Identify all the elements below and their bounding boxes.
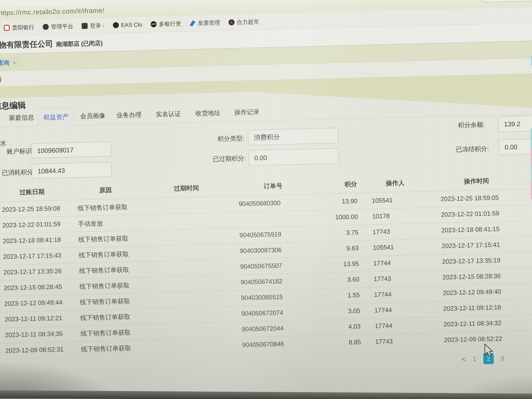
cell-date: 2023-12-11 09:12:21 <box>5 314 63 323</box>
bookmark-label: EAS Clo <box>121 21 142 28</box>
col-operator: 操作人 <box>386 179 405 188</box>
company-title: 力购物有限责任公司南湖郡店 (已闭店) <box>0 37 103 51</box>
bookmark-guiyang-bank[interactable]: 贵阳银行 <box>4 23 34 32</box>
pagination-page-1[interactable]: 1 <box>473 355 476 363</box>
breadcrumb: 详情 <box>0 75 2 84</box>
expired-points-label: 已过期积分: <box>213 154 246 163</box>
cell-time: 2023-12-18 08:41:15 <box>441 225 500 234</box>
tab-member-query[interactable]: 会员查询 × <box>0 57 22 69</box>
consumed-points-field[interactable]: 10844.43 <box>32 162 112 179</box>
expired-points-field[interactable]: 0.00 <box>248 148 339 166</box>
frozen-points-field[interactable]: 0.00 <box>499 138 532 155</box>
cell-reason: 线下销售订单获取 <box>81 344 131 354</box>
points-balance-field[interactable]: 139.2 <box>498 115 532 132</box>
tab-member-query-label: 会员查询 <box>0 59 9 67</box>
cell-time: 2023-12-12 09:49:40 <box>443 288 501 297</box>
cell-date: 2023-12-11 08:34:35 <box>5 330 63 339</box>
cell-reason: 线下销售订单获取 <box>80 313 130 322</box>
cell-time: 2023-12-17 17:15:41 <box>442 241 500 249</box>
cell-time: 2023-12-25 18:59:05 <box>440 194 499 203</box>
cell-reason: 手动发放 <box>78 219 103 228</box>
tab-business-handling[interactable]: 业务办理 <box>116 111 142 120</box>
bookmark-label: 多银行资 <box>159 20 181 28</box>
cell-reason: 线下销售订单获取 <box>81 328 131 338</box>
tab-operation-log[interactable]: 操作记录 <box>234 108 260 117</box>
bookmark-label: 合力超市 <box>237 18 259 26</box>
frozen-points-value: 0.00 <box>505 143 517 151</box>
bookmark-admin-platform[interactable]: 管理平台 <box>43 22 73 31</box>
cell-date: 2023-12-17 13:35:26 <box>3 267 62 276</box>
cell-time: 2023-12-15 08:28:36 <box>443 272 501 281</box>
bookmark-label: 登录 - <box>90 22 105 30</box>
cell-date: 2023-12-25 18:59:08 <box>2 204 60 213</box>
bookmark-multibank[interactable]: AFS 多银行资 <box>151 20 181 28</box>
cell-order: 904030087306 <box>240 246 282 254</box>
points-flow-section-label: 分流水 <box>0 139 6 148</box>
cell-order: 904050675507 <box>240 262 282 270</box>
mouse-cursor <box>484 343 496 360</box>
cell-points: 1.55 <box>296 291 360 300</box>
cell-operator: 17744 <box>374 306 392 314</box>
cell-order: 904050670846 <box>242 340 284 348</box>
cell-date: 2023-12-22 01:01:59 <box>2 220 61 229</box>
points-type-select[interactable]: 消费积分 <box>248 128 339 146</box>
cell-points: 13.95 <box>295 260 359 269</box>
frozen-points-label: 已冻结积分: <box>456 145 489 154</box>
points-type-value: 消费积分 <box>254 133 280 142</box>
cell-order: 904050674182 <box>241 278 283 286</box>
page-title: 员信息编辑 <box>0 100 26 112</box>
account-id-value: 1009609017 <box>37 146 74 155</box>
pagination-page-3[interactable]: 3 <box>501 355 504 362</box>
eas-cloud-icon <box>113 22 119 28</box>
consumed-points-label: 已消耗积分: <box>2 168 35 177</box>
account-id-field[interactable]: 1009609017 <box>31 141 111 158</box>
cell-order: 904050672044 <box>242 324 284 333</box>
cell-date: 2023-12-15 08:28:45 <box>4 283 62 292</box>
screen-photo: https://rmc.retailo2o.com/#/iframe/ 贵阳银行… <box>0 0 532 399</box>
tab-family-info[interactable]: 家庭信息 <box>9 113 34 122</box>
close-icon[interactable]: × <box>13 59 16 66</box>
points-type-label: 积分类型: <box>217 134 244 143</box>
cell-operator: 10178 <box>372 212 390 220</box>
invoice-blue-icon <box>190 20 196 26</box>
cell-points: 3.75 <box>294 229 358 238</box>
tab-rights-assets[interactable]: 权益资产 <box>38 107 75 127</box>
url-text[interactable]: https://rmc.retailo2o.com/#/iframe/ <box>0 6 104 17</box>
cell-operator: 17744 <box>374 291 392 298</box>
tab-real-name-auth[interactable]: 实名认证 <box>156 110 181 119</box>
cell-points: 8.85 <box>297 338 361 347</box>
account-id-label: 账户标识: <box>7 147 34 156</box>
bookmark-heli-market[interactable]: 合力超市 <box>228 18 259 26</box>
pagination: < 1 2 3 <box>462 353 504 365</box>
bookmark-login[interactable]: 登录 - <box>82 22 105 30</box>
cell-order: 904030085515 <box>241 293 283 301</box>
bookmark-invoice[interactable]: 发票管理 <box>190 19 220 27</box>
cell-date: 2023-12-09 08:52:31 <box>5 346 64 354</box>
cell-order: 904050675919 <box>240 231 281 239</box>
tab-member-portrait[interactable]: 会员画像 <box>80 111 105 120</box>
cell-operator: 17743 <box>373 228 390 236</box>
bookmark-label: 发票管理 <box>198 19 220 27</box>
bookmark-label: 贵阳银行 <box>12 23 34 32</box>
cell-order: 904050672074 <box>241 309 283 317</box>
points-balance-value: 139.2 <box>504 120 520 128</box>
cell-reason: 线下销售订单获取 <box>79 250 129 260</box>
login-dark-icon <box>82 23 88 29</box>
cell-operator: 17744 <box>373 259 391 267</box>
cell-reason: 线下销售订单获取 <box>77 203 128 213</box>
cell-points: 13.90 <box>293 197 358 206</box>
bookmark-eas-cloud[interactable]: EAS Clo <box>113 21 142 28</box>
store-branch: 南湖郡店 (已闭店) <box>56 40 103 47</box>
cell-date: 2023-12-18 08:41:18 <box>3 236 61 245</box>
tab-shipping-address[interactable]: 收货地址 <box>196 109 221 118</box>
cell-time: 2023-12-09 08:52:22 <box>444 335 502 343</box>
bank-red-icon <box>4 25 10 31</box>
cell-date: 2023-12-17 17:15:43 <box>3 252 61 260</box>
consumed-points-value: 10844.43 <box>38 167 65 175</box>
pagination-prev-button[interactable]: < <box>462 355 466 363</box>
cell-date: 2023-12-12 09:49:44 <box>4 298 63 307</box>
cell-time: 2023-12-11 08:34:32 <box>443 319 501 328</box>
browser-screen: https://rmc.retailo2o.com/#/iframe/ 贵阳银行… <box>0 0 532 399</box>
cell-reason: 线下销售订单获取 <box>80 297 130 307</box>
expired-points-value: 0.00 <box>254 154 267 162</box>
